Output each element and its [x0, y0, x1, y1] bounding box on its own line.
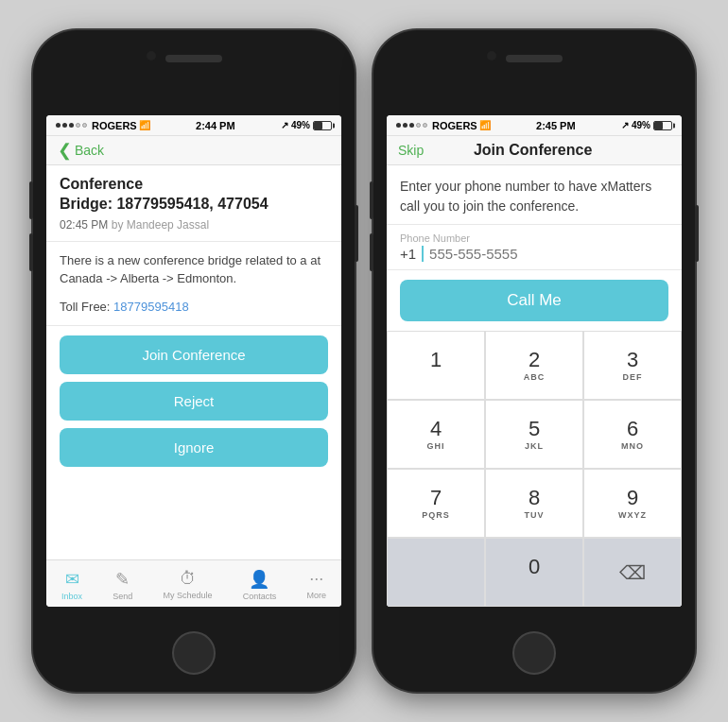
signal-dot-1	[56, 123, 61, 128]
chevron-left-icon: ❮	[58, 142, 72, 159]
dial-num-2: 2	[529, 349, 540, 371]
join-conference-header: Skip Join Conference	[387, 136, 682, 165]
tab-schedule-label: My Schedule	[163, 591, 212, 600]
power-button[interactable]	[355, 205, 358, 262]
dial-num-6: 6	[627, 418, 638, 440]
conference-description: There is a new conference bridge related…	[60, 251, 328, 288]
dial-num-3: 3	[627, 349, 638, 371]
send-icon: ✎	[115, 569, 130, 590]
vol-up-button[interactable]	[29, 181, 33, 219]
country-code: +1	[400, 246, 416, 262]
dial-key-5[interactable]: 5 JKL	[485, 400, 583, 469]
conference-meta: 02:45 PM by Mandeep Jassal	[60, 218, 328, 232]
dial-num-1: 1	[430, 349, 442, 371]
right-wifi-icon: 📶	[479, 120, 491, 130]
speaker	[165, 55, 222, 62]
dial-key-4[interactable]: 4 GHI	[387, 400, 485, 469]
right-arrow-icon: ↗	[621, 120, 629, 130]
reject-button[interactable]: Reject	[60, 382, 328, 421]
call-me-button[interactable]: Call Me	[400, 280, 668, 321]
dial-key-empty	[387, 538, 485, 607]
right-time: 2:45 PM	[536, 120, 576, 131]
right-status-bar: ROGERS 📶 2:45 PM ↗ 49%	[387, 115, 682, 136]
dial-key-9[interactable]: 9 WXYZ	[583, 469, 682, 538]
tab-more[interactable]: ··· More	[306, 569, 326, 600]
dial-num-9: 9	[627, 487, 638, 509]
wifi-icon: 📶	[139, 120, 150, 130]
tab-contacts[interactable]: 👤 Contacts	[243, 569, 277, 601]
dial-key-0[interactable]: 0	[485, 538, 583, 607]
conference-title: ConferenceBridge: 18779595418, 477054	[60, 175, 328, 215]
schedule-icon: ⏱	[180, 569, 197, 589]
phones-container: ROGERS 📶 2:44 PM ↗ 49% ❮ Back	[33, 30, 695, 692]
dial-sub-3: DEF	[623, 372, 643, 382]
dial-num-7: 7	[430, 487, 442, 509]
right-battery-pct: 49%	[632, 120, 650, 130]
dial-num-5: 5	[529, 418, 540, 440]
dial-key-6[interactable]: 6 MNO	[583, 400, 682, 469]
join-conference-button[interactable]: Join Conference	[60, 335, 328, 374]
dial-num-8: 8	[529, 487, 540, 509]
right-power[interactable]	[695, 205, 699, 262]
phone-input-row: +1	[400, 246, 668, 262]
dial-num-4: 4	[430, 418, 442, 440]
conference-header: ConferenceBridge: 18779595418, 477054 02…	[46, 165, 341, 242]
left-tab-bar: ✉ Inbox ✎ Send ⏱ My Schedule 👤 Contacts …	[46, 559, 341, 607]
toll-free-label: Toll Free:	[60, 300, 110, 314]
dial-sub-7: PQRS	[422, 510, 450, 520]
skip-button[interactable]: Skip	[398, 143, 424, 158]
left-status-bar: ROGERS 📶 2:44 PM ↗ 49%	[46, 115, 341, 136]
dial-key-2[interactable]: 2 ABC	[485, 331, 583, 400]
dial-key-8[interactable]: 8 TUV	[485, 469, 583, 538]
right-dot-1	[396, 123, 401, 128]
vol-down-button[interactable]	[29, 233, 33, 271]
join-description: Enter your phone number to have xMatters…	[387, 165, 682, 225]
right-dot-3	[409, 123, 414, 128]
right-vol-up[interactable]	[370, 181, 373, 219]
back-button[interactable]: ❮ Back	[58, 142, 104, 159]
camera	[147, 51, 156, 60]
dial-sub-5: JKL	[525, 441, 544, 451]
phone-number-input[interactable]	[422, 246, 668, 262]
dial-sub-6: MNO	[621, 441, 644, 451]
tab-more-label: More	[306, 591, 326, 600]
home-button-right[interactable]	[512, 631, 556, 675]
tab-send-label: Send	[113, 592, 132, 601]
right-battery-fill	[654, 122, 663, 129]
ignore-button[interactable]: Ignore	[60, 428, 328, 467]
signal-dot-5	[82, 123, 87, 128]
dial-delete-button[interactable]: ⌫	[583, 538, 682, 607]
dial-num-0: 0	[529, 556, 540, 578]
tab-schedule[interactable]: ⏱ My Schedule	[163, 569, 212, 600]
contacts-icon: 👤	[249, 569, 269, 590]
dial-sub-9: WXYZ	[618, 510, 647, 520]
tab-inbox-label: Inbox	[61, 592, 82, 601]
tab-send[interactable]: ✎ Send	[113, 569, 132, 601]
signal-dots	[56, 123, 87, 128]
toll-free: Toll Free: 18779595418	[60, 298, 328, 317]
home-button-left[interactable]	[172, 631, 216, 675]
toll-free-number[interactable]: 18779595418	[113, 300, 189, 314]
signal-dot-4	[76, 123, 80, 128]
inbox-icon: ✉	[65, 569, 79, 590]
back-label: Back	[75, 143, 104, 158]
dial-key-3[interactable]: 3 DEF	[583, 331, 682, 400]
dial-key-1[interactable]: 1	[387, 331, 485, 400]
join-conference-title: Join Conference	[474, 142, 592, 159]
carrier-label: ROGERS	[92, 120, 137, 131]
right-carrier: ROGERS	[432, 120, 477, 131]
phone-input-label: Phone Number	[400, 232, 668, 244]
conference-time: 02:45 PM	[60, 218, 108, 232]
signal-dot-3	[69, 123, 74, 128]
left-content: ConferenceBridge: 18779595418, 477054 02…	[46, 165, 341, 559]
tab-inbox[interactable]: ✉ Inbox	[61, 569, 82, 601]
dial-key-7[interactable]: 7 PQRS	[387, 469, 485, 538]
location-arrow-icon: ↗	[281, 120, 288, 130]
right-phone: ROGERS 📶 2:45 PM ↗ 49% Skip Join Confere…	[373, 30, 695, 692]
conference-author: by Mandeep Jassal	[112, 218, 209, 232]
right-vol-down[interactable]	[370, 233, 373, 271]
right-speaker	[506, 55, 563, 62]
dial-sub-2: ABC	[524, 372, 546, 382]
right-dot-4	[416, 123, 421, 128]
action-buttons: Join Conference Reject Ignore	[46, 326, 341, 476]
